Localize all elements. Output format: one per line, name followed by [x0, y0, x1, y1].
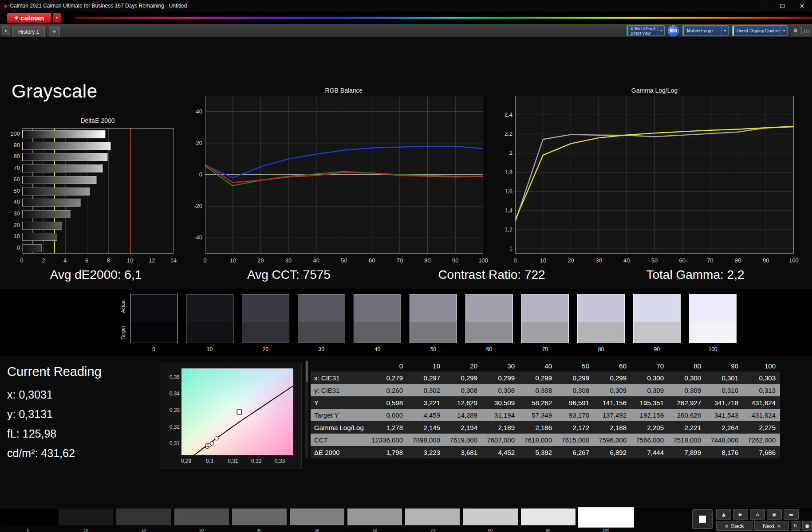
pattern-patch-90[interactable]	[521, 509, 575, 525]
table-scrollbar[interactable]	[305, 360, 308, 458]
refresh-button[interactable]: ↻	[791, 521, 800, 531]
row-label: y: CIE31	[311, 384, 370, 396]
calman-menu-arrow-button[interactable]: ▾	[53, 13, 61, 23]
home-button[interactable]: ⌂	[750, 509, 765, 520]
record-button[interactable]: ●	[802, 521, 812, 531]
column-header: 20	[445, 360, 482, 372]
x-axis-tick: 40	[620, 257, 633, 264]
rgb-balance-chart: RGB Balance 40200-20-4001020304050607080…	[184, 86, 490, 269]
back-button[interactable]: « Back	[716, 521, 753, 531]
swatch-level-label: 80	[577, 346, 625, 352]
x-axis-tick: 10	[227, 257, 239, 264]
stat-avg-de2000: Avg dE2000: 6,1	[50, 268, 142, 282]
table-cell: 137,492	[594, 409, 631, 421]
target-button[interactable]: ◉	[767, 509, 782, 520]
pattern-patch-60[interactable]	[347, 509, 402, 525]
pattern-patch-10[interactable]	[59, 509, 113, 525]
meter-dropdown[interactable]: X-Rite i1Pro 3 Direct View ▾	[627, 25, 665, 36]
layout-button[interactable]: ◫	[801, 26, 811, 35]
next-button[interactable]: Next »	[754, 521, 789, 531]
tab-history-1[interactable]: History 1	[12, 26, 45, 37]
close-button[interactable]: ×	[792, 0, 812, 12]
measurement-table: 0102030405060708090100x: CIE310,2790,297…	[311, 360, 780, 458]
source-dropdown[interactable]: Mobile Forge ▾	[682, 25, 729, 36]
row-label: x: CIE31	[311, 372, 370, 384]
y-axis-tick: 20	[184, 140, 202, 146]
table-row: CCT12336,0007898,0007619,0007607,0007618…	[311, 434, 780, 446]
calman-menu-button[interactable]: ❖ calman	[7, 13, 51, 23]
table-cell: 141,156	[594, 396, 631, 409]
chevron-down-icon: ▾	[721, 26, 728, 35]
pattern-patch-20[interactable]	[116, 509, 171, 525]
panel-toggle-button[interactable]: ▸	[2, 26, 10, 35]
pattern-patch-100[interactable]	[579, 508, 633, 527]
swatch-60	[465, 294, 513, 343]
pattern-patch-70[interactable]	[405, 509, 460, 525]
rgb-balance-chart-title: RGB Balance	[325, 87, 363, 94]
up-button[interactable]: ▲	[716, 509, 731, 520]
y-axis-tick: 1,6	[494, 188, 512, 195]
patch-count-badge: 683	[668, 25, 679, 36]
y-axis-tick: 80	[6, 153, 20, 160]
table-cell: 0,302	[407, 384, 445, 396]
pattern-patch-50[interactable]	[290, 509, 344, 525]
meter-mode: Direct View	[631, 31, 657, 35]
y-axis-tick: 0	[184, 171, 202, 178]
target-row-label: Target	[120, 321, 126, 345]
table-cell: 3,681	[445, 446, 482, 458]
deltae-bar	[22, 199, 81, 207]
swatch-level-label: 70	[521, 346, 569, 352]
add-tab-button[interactable]: +	[49, 26, 60, 37]
table-cell: 7448,000	[706, 434, 743, 446]
table-cell: 6,892	[594, 446, 631, 458]
table-cell: 0,309	[594, 384, 631, 396]
play-button[interactable]: ▶	[733, 509, 748, 520]
swatch-target	[578, 322, 624, 343]
column-header: 100	[743, 360, 780, 372]
table-row: y: CIE310,2600,3020,3080,3080,3080,3080,…	[311, 384, 780, 396]
pattern-level-label: 20	[116, 528, 171, 532]
display-label: Direct Display Control	[737, 28, 780, 33]
y-axis-tick: 40	[6, 199, 20, 205]
x-axis-tick: 0	[16, 257, 27, 264]
scrollbar-thumb[interactable]	[306, 361, 308, 382]
swatch-target	[522, 322, 568, 343]
pattern-patch-0[interactable]	[1, 509, 55, 525]
pattern-bar-button[interactable]: ▬	[784, 509, 799, 520]
row-label: Y	[311, 396, 370, 409]
swatch-actual	[522, 294, 568, 322]
swatch-actual	[466, 294, 512, 322]
cie-canvas	[181, 368, 293, 455]
maximize-button[interactable]	[772, 0, 792, 12]
stat-contrast-ratio: Contrast Ratio: 722	[438, 268, 545, 282]
swatch-target	[186, 322, 233, 343]
grayscale-swatch-strip: Actual Target 0102030405060708090100	[0, 289, 812, 356]
pattern-patch-30[interactable]	[174, 509, 229, 525]
swatch-10	[186, 294, 233, 343]
x-axis-tick: 10	[537, 257, 549, 264]
back-label: Back	[731, 523, 744, 529]
pattern-level-label: 70	[405, 528, 460, 532]
pattern-patch-40[interactable]	[232, 509, 287, 525]
table-cell: 0,000	[370, 409, 407, 421]
x-axis-tick: 50	[648, 257, 661, 264]
pattern-patch-80[interactable]	[463, 509, 518, 525]
reference-line	[130, 129, 131, 253]
deltae-bar	[22, 130, 106, 138]
table-cell: 0,310	[706, 384, 743, 396]
table-row: x: CIE310,2790,2970,2990,2990,2990,2990,…	[311, 372, 780, 384]
pattern-window-button[interactable]	[692, 509, 713, 529]
swatch-target	[298, 322, 345, 343]
table-cell: 12336,000	[370, 434, 407, 446]
y-axis-tick: 60	[6, 176, 20, 183]
settings-gear-button[interactable]: ⚙	[791, 26, 800, 35]
swatch-level-label: 50	[410, 346, 457, 352]
x-axis-tick: 80	[732, 257, 744, 264]
pattern-square-icon	[699, 516, 706, 523]
y-axis-tick: 0	[6, 244, 20, 251]
display-dropdown[interactable]: Direct Display Control ▾	[732, 25, 788, 36]
swatch-actual	[690, 294, 736, 322]
minimize-button[interactable]	[752, 0, 772, 12]
maximize-icon	[780, 4, 784, 8]
stat-avg-cct: Avg CCT: 7575	[247, 268, 331, 282]
